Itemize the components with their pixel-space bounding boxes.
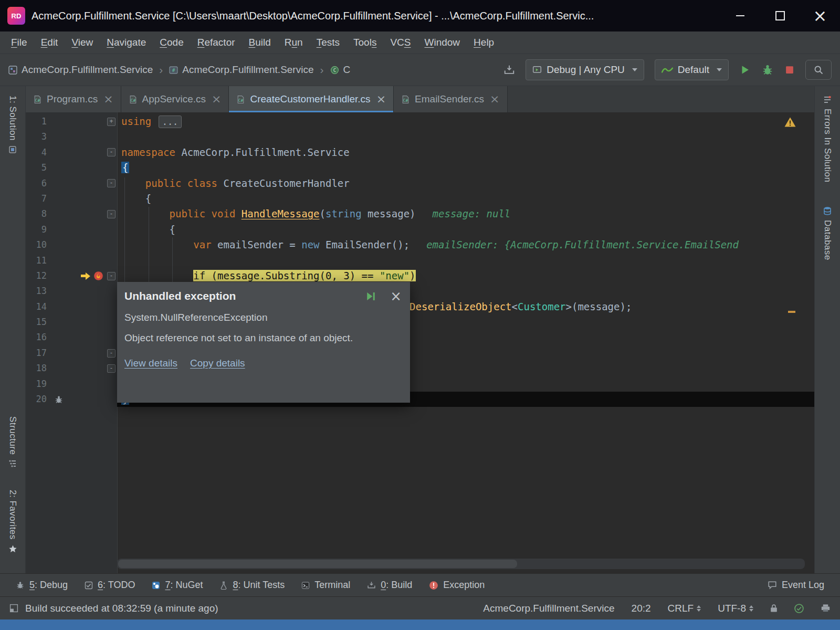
tab-close-icon[interactable]: × bbox=[103, 94, 113, 104]
editor-gutter[interactable]: 20 bbox=[26, 392, 117, 407]
menu-file[interactable]: File bbox=[4, 37, 34, 48]
line-separator-indicator[interactable]: CRLF bbox=[668, 603, 701, 614]
fold-marker-icon[interactable]: - bbox=[107, 179, 116, 187]
code-editor[interactable]: 1+using ...34-namespace AcmeCorp.Fulfill… bbox=[26, 112, 814, 573]
menu-view[interactable]: View bbox=[65, 37, 100, 48]
inspections-check-icon[interactable] bbox=[794, 604, 804, 613]
launch-profile-combo[interactable]: Default bbox=[655, 59, 729, 80]
menu-navigate[interactable]: Navigate bbox=[100, 37, 153, 48]
code-line[interactable]: public void HandleMessage(string message… bbox=[117, 206, 814, 222]
error-stripe-mark[interactable] bbox=[788, 311, 795, 313]
editor-gutter[interactable]: 5 bbox=[26, 160, 117, 175]
editor-gutter[interactable]: 4- bbox=[26, 145, 117, 160]
editor-gutter[interactable]: 17- bbox=[26, 345, 117, 361]
editor-gutter[interactable]: 15 bbox=[26, 314, 117, 330]
code-line[interactable]: using ... bbox=[117, 114, 814, 129]
code-line[interactable]: { bbox=[117, 222, 814, 237]
editor-gutter[interactable]: 7 bbox=[26, 191, 117, 206]
editor-gutter[interactable]: 12- bbox=[26, 268, 117, 284]
code-line[interactable]: namespace AcmeCorp.Fulfillment.Service bbox=[117, 145, 814, 160]
menu-window[interactable]: Window bbox=[418, 37, 467, 48]
tool-button-event-log[interactable]: Event Log bbox=[759, 580, 833, 591]
copy-details-link[interactable]: Copy details bbox=[190, 358, 245, 369]
fold-marker-icon[interactable]: - bbox=[107, 349, 116, 358]
tool-button-debug[interactable]: 5: Debug bbox=[7, 580, 76, 591]
tab-program-cs[interactable]: C#Program.cs× bbox=[26, 86, 121, 112]
editor-gutter[interactable]: 19 bbox=[26, 376, 117, 392]
editor-gutter[interactable]: 13 bbox=[26, 284, 117, 299]
tab-close-icon[interactable]: × bbox=[490, 94, 499, 104]
close-icon[interactable]: × bbox=[390, 291, 402, 301]
tool-stripe-database[interactable]: Database bbox=[822, 206, 833, 260]
fold-marker-icon[interactable]: - bbox=[107, 364, 116, 373]
code-line[interactable]: { bbox=[117, 191, 814, 206]
tool-button-exception[interactable]: Exception bbox=[421, 580, 493, 591]
code-line[interactable]: public class CreateCustomerHandler bbox=[117, 176, 814, 191]
view-details-link[interactable]: View details bbox=[124, 358, 177, 369]
run-config-combo[interactable]: Debug | Any CPU bbox=[526, 59, 644, 80]
menu-run[interactable]: Run bbox=[278, 37, 310, 48]
run-button[interactable] bbox=[739, 64, 751, 76]
encoding-indicator[interactable]: UTF-8 bbox=[718, 603, 753, 614]
lock-icon[interactable] bbox=[770, 604, 778, 613]
editor-gutter[interactable]: 11 bbox=[26, 253, 117, 268]
code-line[interactable]: { bbox=[117, 160, 814, 175]
tool-stripe-1-solution[interactable]: 1: Solution bbox=[7, 96, 18, 154]
editor-gutter[interactable]: 8- bbox=[26, 206, 117, 222]
tool-button-unit-tests[interactable]: 8: Unit Tests bbox=[211, 580, 293, 591]
fold-marker-icon[interactable]: + bbox=[107, 118, 116, 126]
editor-gutter[interactable]: 1+ bbox=[26, 114, 117, 129]
code-line[interactable]: var emailSender = new EmailSender();emai… bbox=[117, 237, 814, 253]
menu-tests[interactable]: Tests bbox=[310, 37, 346, 48]
menu-build[interactable]: Build bbox=[242, 37, 278, 48]
editor-gutter[interactable]: 16 bbox=[26, 330, 117, 345]
fold-marker-icon[interactable]: - bbox=[107, 210, 116, 218]
printer-icon[interactable] bbox=[821, 604, 831, 613]
tab-createcustomerhandler-cs[interactable]: C#CreateCustomerHandler.cs× bbox=[229, 86, 394, 112]
maximize-button[interactable] bbox=[760, 0, 800, 32]
menu-vcs[interactable]: VCS bbox=[383, 37, 417, 48]
menu-edit[interactable]: Edit bbox=[34, 37, 65, 48]
editor-gutter[interactable]: 6- bbox=[26, 176, 117, 191]
tab-close-icon[interactable]: × bbox=[376, 94, 386, 104]
menu-tools[interactable]: Tools bbox=[346, 37, 383, 48]
tool-stripe-errors-in-solution[interactable]: Errors In Solution bbox=[822, 96, 833, 182]
editor-gutter[interactable]: 18- bbox=[26, 361, 117, 376]
debug-button[interactable] bbox=[761, 64, 774, 76]
tool-stripe-2-favorites[interactable]: 2: Favorites bbox=[7, 490, 18, 553]
resume-program-icon[interactable] bbox=[365, 291, 376, 301]
tool-window-toggle-icon[interactable] bbox=[9, 604, 18, 613]
editor-gutter[interactable]: 14 bbox=[26, 299, 117, 314]
close-button[interactable]: × bbox=[800, 0, 840, 32]
menu-refactor[interactable]: Refactor bbox=[191, 37, 242, 48]
tool-button-build[interactable]: 0: Build bbox=[359, 580, 421, 591]
editor-gutter[interactable]: 9 bbox=[26, 222, 117, 237]
stop-button[interactable] bbox=[784, 65, 795, 75]
breadcrumb-item-0[interactable]: AcmeCorp.Fulfillment.Service bbox=[8, 64, 153, 76]
editor-gutter[interactable]: 10 bbox=[26, 237, 117, 253]
tool-button-nuget[interactable]: 7: NuGet bbox=[143, 580, 211, 591]
code-line[interactable]: if (message.Substring(0, 3) == "new") bbox=[117, 268, 814, 284]
menu-help[interactable]: Help bbox=[467, 37, 501, 48]
search-everywhere-button[interactable] bbox=[805, 60, 832, 80]
breadcrumb-item-2[interactable]: CC bbox=[330, 64, 351, 76]
horizontal-scrollbar[interactable] bbox=[117, 559, 805, 569]
menu-code[interactable]: Code bbox=[153, 37, 190, 48]
tab-appservice-cs[interactable]: C#AppService.cs× bbox=[121, 86, 229, 112]
code-line[interactable] bbox=[117, 129, 814, 144]
scrollbar-thumb[interactable] bbox=[118, 560, 517, 568]
deploy-icon[interactable] bbox=[503, 64, 515, 76]
caret-position[interactable]: 20:2 bbox=[632, 603, 651, 614]
tab-close-icon[interactable]: × bbox=[212, 94, 221, 104]
minimize-button[interactable] bbox=[720, 0, 760, 32]
tab-emailsender-cs[interactable]: C#EmailSender.cs× bbox=[394, 86, 507, 112]
breadcrumb-item-1[interactable]: #AcmeCorp.Fulfillment.Service bbox=[169, 64, 313, 76]
code-line[interactable] bbox=[117, 253, 814, 268]
tool-button-terminal[interactable]: Terminal bbox=[293, 580, 359, 591]
tool-button-todo[interactable]: 6: TODO bbox=[76, 580, 143, 591]
editor-gutter[interactable]: 3 bbox=[26, 129, 117, 144]
fold-marker-icon[interactable]: - bbox=[107, 148, 116, 156]
fold-marker-icon[interactable]: - bbox=[107, 272, 116, 280]
tool-stripe-structure[interactable]: Structure bbox=[7, 416, 18, 468]
inspection-warning-icon[interactable] bbox=[784, 117, 796, 128]
